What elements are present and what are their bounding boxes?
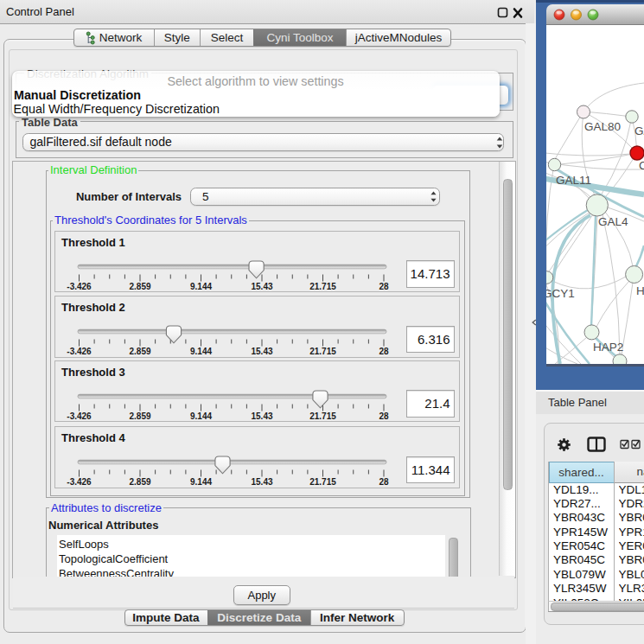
- svg-text:-3.426: -3.426: [67, 477, 92, 487]
- svg-text:28: 28: [379, 347, 389, 356]
- svg-text:GCY1: GCY1: [546, 287, 575, 300]
- svg-text:21.715: 21.715: [309, 282, 336, 291]
- svg-text:21.715: 21.715: [309, 347, 336, 356]
- svg-text:9.144: 9.144: [190, 282, 212, 291]
- svg-text:-3.426: -3.426: [67, 411, 92, 421]
- svg-text:GAL11: GAL11: [556, 174, 591, 187]
- svg-text:21.715: 21.715: [309, 477, 336, 487]
- svg-text:GA: GA: [634, 124, 644, 137]
- svg-text:H: H: [636, 284, 644, 297]
- svg-text:15.43: 15.43: [251, 411, 272, 421]
- svg-text:-3.426: -3.426: [67, 347, 92, 356]
- svg-text:2.859: 2.859: [129, 477, 150, 487]
- svg-text:HAP2: HAP2: [593, 341, 623, 354]
- svg-text:28: 28: [379, 282, 389, 291]
- svg-text:15.43: 15.43: [251, 347, 272, 356]
- svg-text:9.144: 9.144: [190, 411, 212, 421]
- svg-text:GAL4: GAL4: [598, 215, 628, 228]
- svg-text:9.144: 9.144: [190, 477, 212, 487]
- svg-text:28: 28: [379, 411, 389, 421]
- svg-text:C: C: [639, 159, 644, 172]
- svg-text:9.144: 9.144: [190, 347, 212, 356]
- svg-text:2.859: 2.859: [129, 411, 150, 421]
- svg-text:15.43: 15.43: [251, 282, 272, 291]
- svg-text:-3.426: -3.426: [67, 282, 92, 291]
- svg-text:15.43: 15.43: [251, 477, 272, 487]
- svg-text:GAL80: GAL80: [584, 120, 621, 133]
- svg-text:2.859: 2.859: [129, 347, 150, 356]
- svg-text:21.715: 21.715: [309, 411, 336, 421]
- svg-text:28: 28: [379, 477, 389, 487]
- svg-text:2.859: 2.859: [129, 282, 150, 291]
